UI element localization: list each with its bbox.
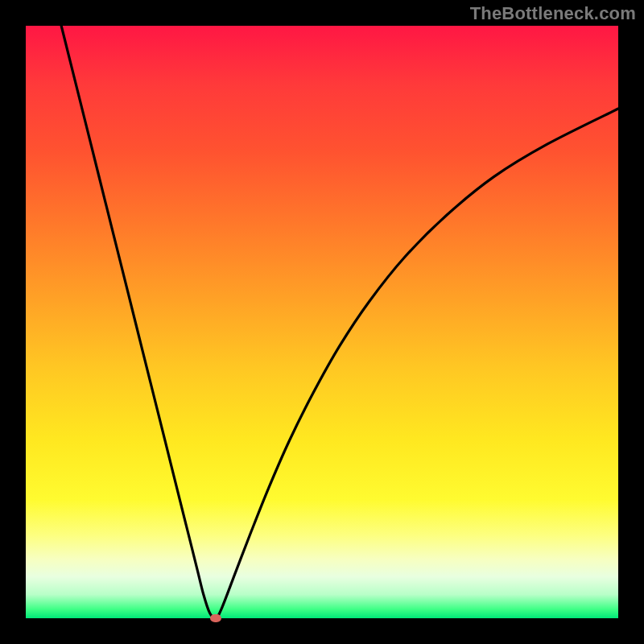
chart-frame: TheBottleneck.com [0,0,644,644]
optimal-point-marker [210,614,221,622]
plot-area [26,26,618,618]
bottleneck-curve [61,26,618,618]
watermark-text: TheBottleneck.com [470,3,636,24]
curve-svg [26,26,618,618]
